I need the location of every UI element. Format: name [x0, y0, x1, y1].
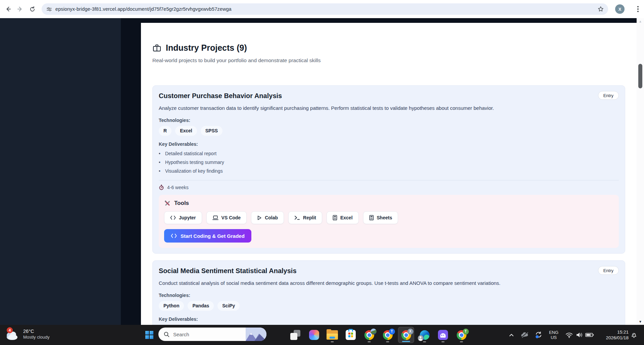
list-item: •Detailed statistical report	[159, 150, 619, 157]
tech-tag: SciPy	[217, 301, 240, 311]
weather-alert-badge: 4	[7, 327, 13, 333]
duration-text: 4-6 weeks	[167, 185, 189, 190]
project-title: Social Media Sentiment Statistical Analy…	[159, 266, 297, 275]
task-view-button[interactable]	[287, 327, 303, 343]
technology-tags: Python Pandas SciPy	[159, 301, 619, 311]
phantom-wallet-button[interactable]	[435, 327, 451, 343]
temperature: 26°C	[23, 328, 50, 334]
battery-icon	[585, 333, 594, 337]
speaker-icon	[576, 332, 583, 338]
onedrive-status-button[interactable]	[519, 325, 530, 345]
start-button[interactable]	[141, 327, 157, 343]
replit-button[interactable]: Replit	[288, 211, 322, 224]
volume-button[interactable]	[575, 325, 584, 345]
excel-button[interactable]: Excel	[327, 211, 359, 224]
profile-letter-badge: T	[463, 329, 469, 335]
deliverables-label: Key Deliverables:	[159, 316, 619, 322]
chrome-profile2-button[interactable]: T	[380, 327, 396, 343]
tools-title: Tools	[174, 200, 189, 207]
colab-button[interactable]: Colab	[251, 211, 284, 224]
language-code: ENG	[549, 330, 558, 335]
play-icon	[257, 215, 262, 220]
code-icon	[170, 215, 176, 220]
section-header: Industry Projects (9)	[152, 43, 625, 53]
url-text: epsionyx-bridge-3f81.vercel.app/document…	[55, 6, 597, 12]
language-switcher[interactable]: ENG US	[547, 325, 560, 345]
laptop-icon	[212, 215, 218, 220]
chrome-profile4-button[interactable]: T	[453, 327, 469, 343]
chrome-icon: T	[457, 330, 466, 340]
technologies-label: Technologies:	[159, 292, 619, 298]
bookmark-star-icon[interactable]	[597, 6, 604, 12]
update-sync-button[interactable]	[533, 325, 544, 345]
microsoft-store-button[interactable]	[343, 327, 359, 343]
list-item: •Hypothesis testing summary	[159, 159, 619, 166]
sheets-button[interactable]: Sheets	[363, 211, 398, 224]
forward-button[interactable]	[15, 4, 25, 14]
microsoft-store-icon	[346, 330, 356, 340]
document-panel: Industry Projects (9) Real-world project…	[141, 23, 637, 325]
jupyter-button[interactable]: Jupyter	[164, 211, 202, 224]
wifi-button[interactable]	[564, 325, 574, 345]
technologies-label: Technologies:	[159, 117, 619, 123]
scrollbar-thumb[interactable]	[638, 64, 642, 88]
sidebar-shadow	[121, 18, 141, 325]
weather-widget[interactable]: 4 26°C Mostly cloudy	[5, 327, 50, 341]
edge-icon	[420, 330, 430, 340]
project-title: Customer Purchase Behavior Analysis	[159, 91, 282, 100]
svg-text:z: z	[634, 333, 635, 335]
tray-expand-button[interactable]	[507, 325, 516, 345]
copilot-icon	[309, 330, 319, 340]
keyboard-layout: US	[551, 335, 557, 340]
level-badge: Entry	[598, 266, 619, 275]
site-settings-icon[interactable]	[46, 6, 52, 12]
weather-condition: Mostly cloudy	[23, 334, 50, 340]
chrome-profile3-button-active[interactable]: X	[398, 327, 414, 343]
project-card: Social Media Sentiment Statistical Analy…	[152, 260, 625, 325]
page-subtitle: Real-world projects to build your portfo…	[152, 57, 625, 63]
browser-menu-button[interactable]	[635, 5, 641, 13]
tool-buttons-row: Jupyter VS Code Colab Replit	[164, 211, 613, 224]
chrome-icon: T	[383, 330, 393, 340]
tools-icon	[164, 200, 171, 207]
time-text: 15:21	[617, 329, 629, 335]
profile-photo-badge	[370, 329, 377, 335]
calculator-icon	[369, 215, 374, 220]
project-duration: 4-6 weeks	[159, 184, 619, 190]
ghost-icon	[438, 330, 448, 340]
calculator-icon	[333, 215, 337, 220]
vscode-button[interactable]: VS Code	[206, 211, 247, 224]
edge-profile-badge	[418, 335, 424, 341]
back-button[interactable]	[3, 4, 13, 14]
clock-widget[interactable]: 15:21 2026/01/18	[596, 325, 629, 345]
edge-button[interactable]	[416, 327, 433, 343]
address-bar[interactable]: epsionyx-bridge-3f81.vercel.app/document…	[42, 3, 608, 15]
chrome-profile1-button[interactable]	[361, 327, 377, 343]
taskbar-search[interactable]: Search	[158, 328, 266, 341]
tech-tag: Excel	[175, 126, 197, 136]
list-item: •Visualization of key findings	[159, 167, 619, 175]
search-icon	[164, 332, 169, 337]
sync-icon	[535, 331, 543, 339]
notifications-button[interactable]: z z	[629, 325, 639, 345]
battery-button[interactable]	[585, 325, 595, 345]
profile-avatar[interactable]: X	[615, 4, 625, 14]
browser-scrollbar[interactable]: ▲ ▼	[637, 18, 644, 325]
technology-tags: R Excel SPSS	[159, 126, 619, 136]
start-coding-button[interactable]: Start Coding & Get Graded	[164, 229, 251, 243]
project-description: Analyze customer transaction data to ide…	[159, 104, 619, 112]
reload-button[interactable]	[28, 4, 37, 14]
profile-letter-badge: T	[389, 329, 395, 335]
profile-letter-badge: X	[407, 329, 413, 335]
scroll-down-arrow[interactable]: ▼	[637, 320, 644, 324]
scroll-up-arrow[interactable]: ▲	[637, 19, 644, 23]
tech-tag: R	[159, 126, 171, 136]
card-divider	[159, 180, 619, 180]
search-placeholder: Search	[173, 332, 189, 337]
project-card: Customer Purchase Behavior Analysis Entr…	[152, 85, 625, 254]
app-sidebar	[0, 18, 121, 325]
code-icon	[171, 233, 177, 238]
file-explorer-button[interactable]	[324, 327, 340, 343]
copilot-button[interactable]	[306, 327, 322, 343]
briefcase-icon	[152, 44, 161, 52]
